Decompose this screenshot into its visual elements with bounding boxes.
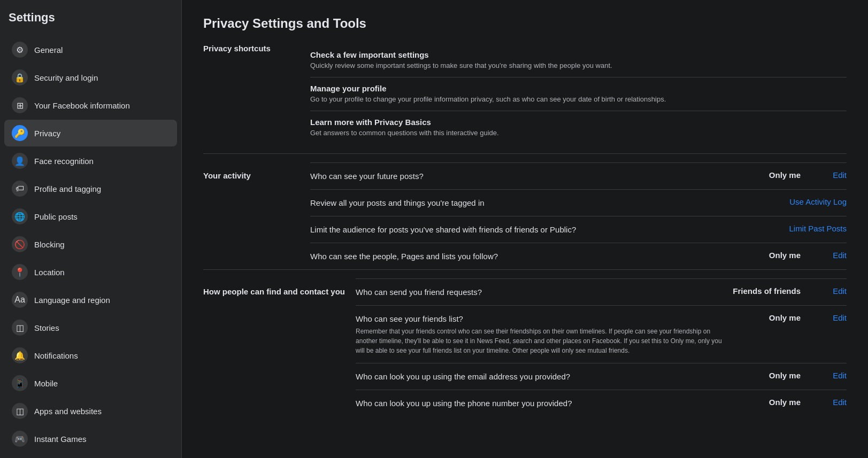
your-activity-label: Your activity bbox=[203, 162, 310, 181]
activity-row-0: Who can see your future posts?Only meEdi… bbox=[310, 162, 847, 189]
location-icon: 📍 bbox=[12, 264, 28, 280]
activity-row-text-2: Limit the audience for posts you've shar… bbox=[310, 224, 783, 235]
sidebar-item-notifications[interactable]: 🔔Notifications bbox=[4, 342, 177, 369]
activity-row-action-3[interactable]: Edit bbox=[815, 251, 847, 260]
shortcut-item-0[interactable]: Check a few important settingsQuickly re… bbox=[310, 44, 847, 77]
sidebar-title: Settings bbox=[0, 0, 181, 31]
sidebar-item-label-apps-websites: Apps and websites bbox=[34, 407, 102, 416]
page-title: Privacy Settings and Tools bbox=[203, 16, 847, 31]
sidebar-item-stories[interactable]: ◫Stories bbox=[4, 314, 177, 341]
find-row-value-3: Only me bbox=[734, 398, 809, 407]
sidebar-item-language[interactable]: AaLanguage and region bbox=[4, 286, 177, 313]
how-people-find-label: How people can find and contact you bbox=[203, 278, 356, 297]
shortcut-item-2[interactable]: Learn more with Privacy BasicsGet answer… bbox=[310, 111, 847, 144]
find-row-text-3: Who can look you up using the phone numb… bbox=[356, 398, 729, 409]
sidebar-item-label-face-recognition: Face recognition bbox=[34, 157, 94, 166]
shortcut-title-0: Check a few important settings bbox=[310, 50, 847, 59]
sidebar-item-blocking[interactable]: 🚫Blocking bbox=[4, 231, 177, 258]
sidebar-item-apps-websites[interactable]: ◫Apps and websites bbox=[4, 398, 177, 424]
find-row-3: Who can look you up using the phone numb… bbox=[356, 390, 847, 416]
how-people-find-section: How people can find and contact you Who … bbox=[203, 269, 847, 416]
facebook-info-icon: ⊞ bbox=[12, 97, 28, 113]
sidebar-item-label-privacy: Privacy bbox=[34, 129, 60, 138]
activity-row-text-3: Who can see the people, Pages and lists … bbox=[310, 251, 729, 262]
find-row-action-1[interactable]: Edit bbox=[815, 313, 847, 322]
sidebar-item-label-mobile: Mobile bbox=[34, 379, 58, 388]
sidebar-item-general[interactable]: ⚙General bbox=[4, 36, 177, 63]
activity-row-value-3: Only me bbox=[734, 251, 809, 260]
shortcut-title-1: Manage your profile bbox=[310, 84, 847, 93]
sidebar: Settings ⚙General🔒Security and login⊞You… bbox=[0, 0, 182, 458]
sidebar-item-mobile[interactable]: 📱Mobile bbox=[4, 370, 177, 397]
find-row-value-0: Friends of friends bbox=[733, 286, 809, 296]
stories-icon: ◫ bbox=[12, 320, 28, 336]
privacy-shortcuts-section: Privacy shortcuts Check a few important … bbox=[203, 44, 847, 153]
activity-row-3: Who can see the people, Pages and lists … bbox=[310, 243, 847, 269]
shortcut-desc-2: Get answers to common questions with thi… bbox=[310, 128, 847, 138]
activity-row-action-2[interactable]: Limit Past Posts bbox=[789, 224, 847, 233]
find-row-2: Who can look you up using the email addr… bbox=[356, 363, 847, 390]
sidebar-item-label-security: Security and login bbox=[34, 73, 98, 82]
face-recognition-icon: 👤 bbox=[12, 153, 28, 169]
shortcuts-label: Privacy shortcuts bbox=[203, 44, 310, 53]
sidebar-item-label-notifications: Notifications bbox=[34, 351, 78, 360]
sidebar-item-public-posts[interactable]: 🌐Public posts bbox=[4, 203, 177, 230]
activity-row-2: Limit the audience for posts you've shar… bbox=[310, 216, 847, 243]
public-posts-icon: 🌐 bbox=[12, 208, 28, 224]
activity-row-action-0[interactable]: Edit bbox=[815, 170, 847, 180]
find-row-text-2: Who can look you up using the email addr… bbox=[356, 371, 729, 382]
sidebar-item-profile-tagging[interactable]: 🏷Profile and tagging bbox=[4, 175, 177, 202]
sidebar-item-location[interactable]: 📍Location bbox=[4, 259, 177, 285]
activity-row-1: Review all your posts and things you're … bbox=[310, 189, 847, 216]
find-row-sub-1: Remember that your friends control who c… bbox=[356, 327, 729, 355]
sidebar-item-security[interactable]: 🔒Security and login bbox=[4, 64, 177, 91]
blocking-icon: 🚫 bbox=[12, 236, 28, 252]
notifications-icon: 🔔 bbox=[12, 347, 28, 363]
security-icon: 🔒 bbox=[12, 69, 28, 86]
find-row-text-1: Who can see your friends list?Remember t… bbox=[356, 313, 729, 355]
activity-row-text-0: Who can see your future posts? bbox=[310, 170, 729, 182]
find-row-text-0: Who can send you friend requests? bbox=[356, 286, 727, 298]
find-row-value-2: Only me bbox=[734, 371, 809, 380]
sidebar-item-face-recognition[interactable]: 👤Face recognition bbox=[4, 148, 177, 174]
find-rows: Who can send you friend requests?Friends… bbox=[356, 278, 847, 416]
main-content: Privacy Settings and Tools Privacy short… bbox=[182, 0, 868, 458]
find-row-action-3[interactable]: Edit bbox=[815, 398, 847, 407]
sidebar-item-label-blocking: Blocking bbox=[34, 240, 65, 249]
profile-tagging-icon: 🏷 bbox=[12, 181, 28, 197]
sidebar-item-facebook-info[interactable]: ⊞Your Facebook information bbox=[4, 92, 177, 119]
sidebar-item-label-language: Language and region bbox=[34, 296, 110, 305]
your-activity-section: Your activity Who can see your future po… bbox=[203, 153, 847, 269]
shortcut-item-1[interactable]: Manage your profileGo to your profile to… bbox=[310, 77, 847, 111]
sidebar-item-label-location: Location bbox=[34, 268, 65, 277]
shortcuts-items: Check a few important settingsQuickly re… bbox=[310, 44, 847, 145]
shortcut-desc-1: Go to your profile to change your profil… bbox=[310, 95, 847, 104]
activity-row-action-1[interactable]: Use Activity Log bbox=[789, 197, 847, 206]
shortcut-title-2: Learn more with Privacy Basics bbox=[310, 118, 847, 127]
sidebar-item-label-general: General bbox=[34, 45, 63, 55]
sidebar-item-instant-games[interactable]: 🎮Instant Games bbox=[4, 425, 177, 452]
mobile-icon: 📱 bbox=[12, 375, 28, 391]
activity-row-text-1: Review all your posts and things you're … bbox=[310, 197, 784, 208]
activity-rows: Who can see your future posts?Only meEdi… bbox=[310, 162, 847, 269]
sidebar-item-label-facebook-info: Your Facebook information bbox=[34, 101, 130, 110]
apps-websites-icon: ◫ bbox=[12, 403, 28, 419]
sidebar-item-label-stories: Stories bbox=[34, 323, 59, 332]
sidebar-item-label-profile-tagging: Profile and tagging bbox=[34, 184, 101, 193]
shortcut-desc-0: Quickly review some important settings t… bbox=[310, 61, 847, 71]
language-icon: Aa bbox=[12, 292, 28, 308]
find-row-action-0[interactable]: Edit bbox=[815, 286, 847, 296]
sidebar-item-privacy[interactable]: 🔑Privacy bbox=[4, 120, 177, 146]
instant-games-icon: 🎮 bbox=[12, 431, 28, 447]
sidebar-item-business[interactable]: ◫Business integrations bbox=[4, 453, 177, 458]
general-icon: ⚙ bbox=[12, 42, 28, 58]
find-row-0: Who can send you friend requests?Friends… bbox=[356, 278, 847, 305]
sidebar-item-label-instant-games: Instant Games bbox=[34, 434, 87, 444]
find-row-value-1: Only me bbox=[734, 313, 809, 322]
find-row-1: Who can see your friends list?Remember t… bbox=[356, 305, 847, 363]
activity-row-value-0: Only me bbox=[734, 170, 809, 180]
sidebar-item-label-public-posts: Public posts bbox=[34, 212, 78, 221]
find-row-action-2[interactable]: Edit bbox=[815, 371, 847, 380]
privacy-icon: 🔑 bbox=[12, 125, 28, 141]
